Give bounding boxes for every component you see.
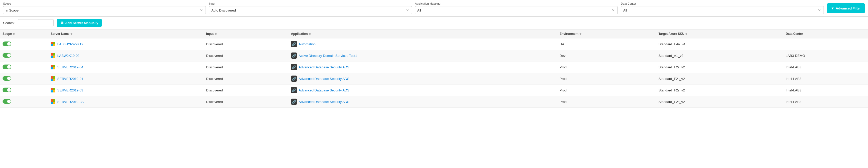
monitor-icon: 🖥 bbox=[60, 21, 64, 25]
server-name-link[interactable]: SERVER2012-04 bbox=[57, 65, 83, 69]
windows-icon bbox=[51, 76, 55, 81]
table-row: SERVER2012-04Discovered🔗Advanced Databas… bbox=[0, 61, 868, 73]
server-name-link[interactable]: SERVER2019-01 bbox=[57, 77, 83, 81]
link-icon: 🔗 bbox=[291, 76, 297, 82]
sort-application-icon[interactable] bbox=[309, 33, 311, 35]
col-application: Application bbox=[288, 30, 557, 38]
datacenter-label: Data Center bbox=[621, 2, 824, 5]
input-cell: Discovered bbox=[204, 73, 288, 85]
col-environment: Environment bbox=[557, 30, 656, 38]
windows-icon bbox=[51, 42, 55, 46]
app-mapping-value: All bbox=[417, 8, 610, 12]
application-link[interactable]: Advanced Database Security ADS bbox=[299, 77, 349, 81]
search-label: Search: bbox=[3, 21, 14, 25]
datacenter-cell: Intel-LAB3 bbox=[783, 85, 868, 96]
sort-sku-icon[interactable] bbox=[685, 33, 687, 35]
server-name-link[interactable]: LABW2K19-02 bbox=[57, 54, 80, 57]
scope-toggle[interactable] bbox=[3, 88, 11, 92]
input-cell: Discovered bbox=[204, 96, 288, 108]
link-icon: 🔗 bbox=[291, 64, 297, 70]
application-link[interactable]: Advanced Database Security ADS bbox=[299, 100, 349, 104]
app-mapping-label: Application Mapping bbox=[415, 2, 618, 5]
app-mapping-filter-group: Application Mapping All ✕ bbox=[415, 2, 618, 14]
datacenter-cell: LAB3-DEMO bbox=[783, 50, 868, 61]
scope-clear-button[interactable]: ✕ bbox=[199, 8, 204, 12]
app-mapping-select[interactable]: All ✕ bbox=[415, 6, 618, 14]
sort-input-icon[interactable] bbox=[215, 33, 217, 35]
input-filter-group: Input Auto Discovered ✕ bbox=[209, 2, 412, 14]
col-data-center: Data Center bbox=[783, 30, 868, 38]
datacenter-clear-button[interactable]: ✕ bbox=[817, 8, 822, 12]
table-row: SERVER2019-0ADiscovered🔗Advanced Databas… bbox=[0, 96, 868, 108]
windows-icon bbox=[51, 53, 55, 58]
col-scope: Scope bbox=[0, 30, 48, 38]
scope-toggle[interactable] bbox=[3, 53, 11, 57]
scope-toggle[interactable] bbox=[3, 99, 11, 104]
datacenter-cell: Intel-LAB3 bbox=[783, 73, 868, 85]
application-link[interactable]: Advanced Database Security ADS bbox=[299, 65, 349, 69]
app-mapping-clear-button[interactable]: ✕ bbox=[611, 8, 615, 12]
windows-icon bbox=[51, 88, 55, 92]
environment-cell: Prod bbox=[557, 61, 656, 73]
windows-icon bbox=[51, 99, 55, 104]
filter-bar: Scope In Scope ✕ Input Auto Discovered ✕… bbox=[0, 0, 868, 17]
sku-cell: Standard_E4a_v4 bbox=[656, 38, 783, 50]
server-name-link[interactable]: LAB3HYPW2K12 bbox=[57, 42, 83, 46]
sort-scope-icon[interactable] bbox=[13, 33, 15, 35]
link-icon: 🔗 bbox=[291, 98, 297, 105]
advanced-filter-button[interactable]: ▼ Advanced Filter bbox=[827, 3, 865, 13]
environment-cell: Prod bbox=[557, 73, 656, 85]
environment-cell: Prod bbox=[557, 85, 656, 96]
scope-value: In Scope bbox=[5, 8, 198, 12]
table-header-row: Scope Server Name In bbox=[0, 30, 868, 38]
application-link[interactable]: Advanced Database Security ADS bbox=[299, 88, 349, 92]
table-row: SERVER2019-03Discovered🔗Advanced Databas… bbox=[0, 85, 868, 96]
sku-cell: Standard_F2s_v2 bbox=[656, 73, 783, 85]
input-value: Auto Discovered bbox=[211, 8, 404, 12]
add-server-label: Add Server Manually bbox=[65, 21, 98, 25]
search-input[interactable] bbox=[18, 19, 54, 27]
search-bar: Search: 🖥 Add Server Manually bbox=[0, 17, 868, 29]
server-name-link[interactable]: SERVER2019-03 bbox=[57, 88, 83, 92]
advanced-filter-label: Advanced Filter bbox=[836, 6, 861, 10]
server-name-link[interactable]: SERVER2019-0A bbox=[57, 100, 84, 104]
scope-toggle[interactable] bbox=[3, 41, 11, 46]
table-row: LABW2K19-02Discovered🔗Active Directory D… bbox=[0, 50, 868, 61]
scope-select[interactable]: In Scope ✕ bbox=[3, 6, 206, 14]
application-link[interactable]: Automation bbox=[299, 42, 315, 46]
datacenter-select[interactable]: All ✕ bbox=[621, 6, 824, 14]
add-server-button[interactable]: 🖥 Add Server Manually bbox=[57, 19, 102, 27]
sku-cell: Standard_F2s_v2 bbox=[656, 85, 783, 96]
sort-server-icon[interactable] bbox=[70, 33, 72, 35]
datacenter-filter-group: Data Center All ✕ bbox=[621, 2, 824, 14]
application-link[interactable]: Active Directory Domain Services Test1 bbox=[299, 54, 357, 57]
input-cell: Discovered bbox=[204, 85, 288, 96]
datacenter-value: All bbox=[623, 8, 816, 12]
col-target-azure-sku: Target Azure SKU bbox=[656, 30, 783, 38]
input-label: Input bbox=[209, 2, 412, 5]
windows-icon bbox=[51, 65, 55, 70]
col-input: Input bbox=[204, 30, 288, 38]
input-clear-button[interactable]: ✕ bbox=[405, 8, 410, 12]
sort-environment-icon[interactable] bbox=[580, 33, 582, 35]
environment-cell: Prod bbox=[557, 96, 656, 108]
datacenter-cell bbox=[783, 38, 868, 50]
link-icon: 🔗 bbox=[291, 87, 297, 93]
scope-filter-group: Scope In Scope ✕ bbox=[3, 2, 206, 14]
input-cell: Discovered bbox=[204, 50, 288, 61]
servers-table: Scope Server Name In bbox=[0, 29, 868, 108]
input-select[interactable]: Auto Discovered ✕ bbox=[209, 6, 412, 14]
col-server-name: Server Name bbox=[48, 30, 204, 38]
input-cell: Discovered bbox=[204, 38, 288, 50]
scope-toggle[interactable] bbox=[3, 76, 11, 81]
input-cell: Discovered bbox=[204, 61, 288, 73]
scope-toggle[interactable] bbox=[3, 65, 11, 69]
environment-cell: UAT bbox=[557, 38, 656, 50]
link-icon: 🔗 bbox=[291, 41, 297, 47]
table-row: SERVER2019-01Discovered🔗Advanced Databas… bbox=[0, 73, 868, 85]
table-row: LAB3HYPW2K12Discovered🔗AutomationUATStan… bbox=[0, 38, 868, 50]
link-icon: 🔗 bbox=[291, 52, 297, 59]
filter-funnel-icon: ▼ bbox=[831, 6, 834, 10]
environment-cell: Dev bbox=[557, 50, 656, 61]
sku-cell: Standard_A1_v2 bbox=[656, 50, 783, 61]
